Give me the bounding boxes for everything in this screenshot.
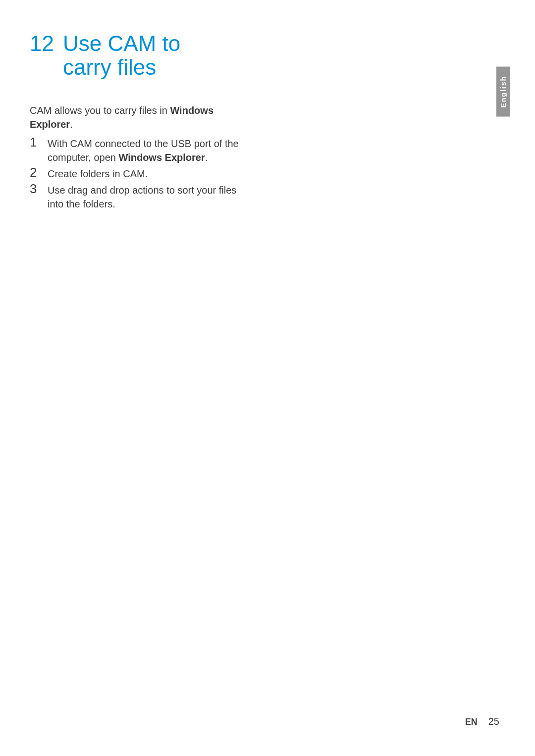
intro-paragraph: CAM allows you to carry files in Windows…: [30, 103, 253, 131]
document-page: English 12 Use CAM to carry files CAM al…: [0, 0, 535, 756]
step-item: 3 Use drag and drop actions to sort your…: [30, 182, 253, 211]
step-text: Use drag and drop actions to sort your f…: [48, 182, 253, 211]
step-number: 1: [30, 135, 48, 150]
chapter-title-line1: Use CAM to: [63, 31, 180, 55]
step-list: 1 With CAM connected to the USB port of …: [30, 135, 253, 211]
intro-before: CAM allows you to carry files in: [30, 105, 170, 116]
footer-page-number: 25: [488, 716, 499, 727]
intro-bold1: Windows: [170, 105, 214, 116]
chapter-heading: 12 Use CAM to carry files: [30, 32, 500, 80]
footer-language-code: EN: [465, 717, 478, 727]
chapter-number: 12: [30, 32, 54, 55]
step-after: .: [205, 152, 208, 163]
intro-bold2: Explorer: [30, 119, 70, 130]
step-before: Create folders in CAM.: [48, 168, 148, 179]
page-footer: EN 25: [465, 716, 499, 727]
chapter-title: Use CAM to carry files: [63, 32, 180, 80]
step-before: Use drag and drop actions to sort your f…: [48, 185, 236, 209]
step-number: 2: [30, 165, 48, 180]
step-number: 3: [30, 182, 48, 196]
language-tab: English: [496, 67, 510, 117]
step-text: With CAM connected to the USB port of th…: [48, 135, 253, 164]
content-body: CAM allows you to carry files in Windows…: [30, 103, 253, 211]
step-bold: Windows Explorer: [118, 152, 205, 163]
step-item: 1 With CAM connected to the USB port of …: [30, 135, 253, 164]
chapter-title-line2: carry files: [63, 55, 156, 79]
intro-after: .: [70, 119, 73, 130]
step-item: 2 Create folders in CAM.: [30, 165, 253, 181]
step-text: Create folders in CAM.: [48, 165, 148, 181]
